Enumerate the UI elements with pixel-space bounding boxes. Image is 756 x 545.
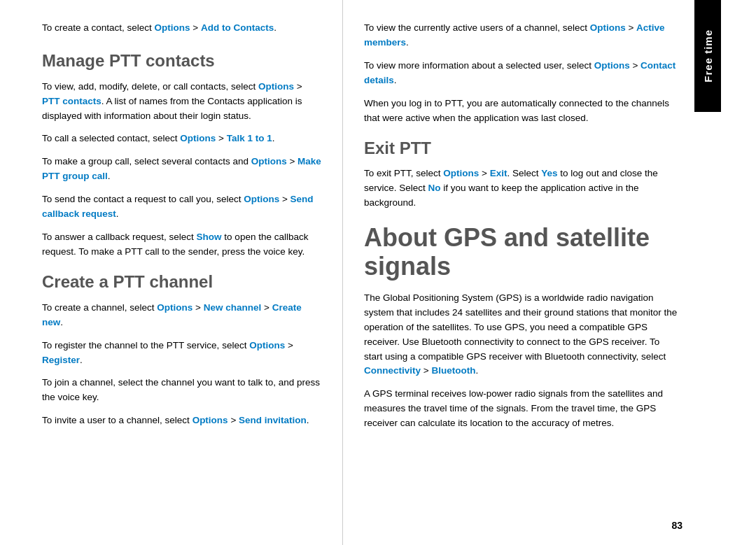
talk-1-to-1-link: Talk 1 to 1 bbox=[227, 133, 272, 143]
about-gps-para2: A GPS terminal receives low-power radio … bbox=[364, 387, 679, 431]
create-channel-para2: To register the channel to the PTT servi… bbox=[42, 339, 321, 368]
create-ptt-channel-section: Create a PTT channel To create a channel… bbox=[42, 272, 321, 428]
options-link-10: Options bbox=[443, 168, 479, 178]
manage-ptt-heading: Manage PTT contacts bbox=[42, 51, 321, 71]
manage-ptt-para5: To answer a callback request, select Sho… bbox=[42, 230, 321, 260]
options-link-1: Options bbox=[258, 81, 294, 92]
register-link: Register bbox=[42, 355, 80, 365]
intro-add-contacts-link: Add to Contacts bbox=[201, 22, 274, 33]
show-link: Show bbox=[197, 232, 222, 242]
active-members-section: To view the currently active users of a … bbox=[364, 21, 679, 126]
active-members-para3: When you log in to PTT, you are automati… bbox=[364, 97, 679, 126]
options-link-3: Options bbox=[251, 156, 287, 167]
options-link-6: Options bbox=[249, 340, 285, 351]
exit-ptt-para1: To exit PTT, select Options > Exit. Sele… bbox=[364, 167, 679, 211]
manage-ptt-para4: To send the contact a request to call yo… bbox=[42, 192, 321, 222]
create-ptt-heading: Create a PTT channel bbox=[42, 272, 321, 292]
right-column: To view the currently active users of a … bbox=[343, 0, 721, 545]
page-container: To create a contact, select Options > Ad… bbox=[0, 0, 756, 545]
create-channel-para1: To create a channel, select Options > Ne… bbox=[42, 301, 321, 330]
about-gps-para1: The Global Positioning System (GPS) is a… bbox=[364, 291, 679, 379]
send-invitation-link: Send invitation bbox=[239, 415, 307, 425]
exit-link: Exit bbox=[490, 168, 507, 178]
options-link-7: Options bbox=[192, 415, 228, 425]
exit-ptt-section: Exit PTT To exit PTT, select Options > E… bbox=[364, 139, 679, 211]
side-tab-label: Free time bbox=[702, 29, 714, 83]
side-tab: Free time bbox=[694, 0, 721, 112]
intro-text-before: To create a contact, select bbox=[42, 22, 155, 33]
create-channel-para3: To join a channel, select the channel yo… bbox=[42, 376, 321, 405]
new-channel-link: New channel bbox=[204, 302, 262, 313]
intro-paragraph: To create a contact, select Options > Ad… bbox=[42, 21, 321, 36]
options-link-9: Options bbox=[594, 60, 630, 71]
manage-ptt-para3: To make a group call, select several con… bbox=[42, 155, 321, 184]
options-link-2: Options bbox=[180, 133, 216, 143]
active-members-para2: To view more information about a selecte… bbox=[364, 59, 679, 88]
about-gps-section: About GPS and satellite signals The Glob… bbox=[364, 223, 679, 431]
page-number: 83 bbox=[671, 520, 682, 531]
create-channel-para4: To invite a user to a channel, select Op… bbox=[42, 413, 321, 428]
manage-ptt-para1: To view, add, modify, delete, or call co… bbox=[42, 80, 321, 124]
options-link-8: Options bbox=[590, 22, 626, 33]
intro-options-link: Options bbox=[155, 22, 190, 33]
intro-text-between: > bbox=[190, 22, 201, 33]
yes-link: Yes bbox=[541, 168, 557, 178]
options-link-4: Options bbox=[244, 194, 279, 204]
bluetooth-link: Bluetooth bbox=[431, 365, 475, 376]
about-gps-heading: About GPS and satellite signals bbox=[364, 223, 679, 281]
manage-ptt-para2: To call a selected contact, select Optio… bbox=[42, 132, 321, 146]
ptt-contacts-link: PTT contacts bbox=[42, 96, 102, 106]
options-link-5: Options bbox=[157, 302, 192, 313]
manage-ptt-section: Manage PTT contacts To view, add, modify… bbox=[42, 51, 321, 260]
no-link: No bbox=[428, 183, 441, 193]
connectivity-link: Connectivity bbox=[364, 365, 421, 376]
intro-text-after: . bbox=[274, 22, 276, 33]
exit-ptt-heading: Exit PTT bbox=[364, 139, 679, 159]
active-members-para1: To view the currently active users of a … bbox=[364, 21, 679, 50]
left-column: To create a contact, select Options > Ad… bbox=[0, 0, 343, 545]
